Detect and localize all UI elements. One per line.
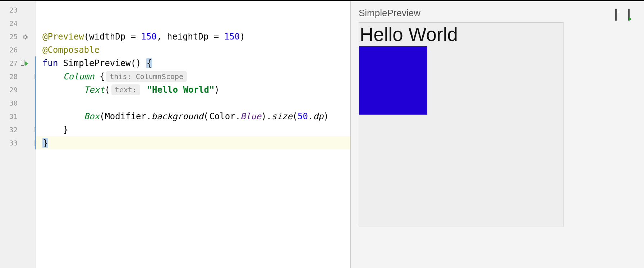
editor-gutter[interactable]: 23 24 25 26 27 28 29 30 31 32 33	[0, 1, 36, 268]
code-line[interactable]	[36, 3, 350, 17]
paren: )	[323, 111, 328, 121]
composable-call: Column	[63, 71, 100, 82]
line-number: 23	[9, 6, 18, 14]
paren: (	[84, 32, 89, 42]
identifier: Color	[209, 111, 235, 121]
gutter-line[interactable]: 26	[0, 43, 36, 56]
annotation: @Preview	[42, 32, 84, 42]
preview-surface[interactable]: Hello World	[359, 22, 564, 227]
line-number: 25	[9, 33, 18, 41]
indent	[42, 85, 84, 95]
param: heightDp =	[167, 32, 224, 42]
string-literal: "Hello World"	[147, 85, 215, 95]
line-number: 27	[9, 59, 18, 67]
space	[142, 85, 147, 95]
comma: ,	[157, 32, 167, 42]
gutter-line[interactable]: 28	[0, 70, 36, 83]
indent	[42, 125, 63, 135]
code-line[interactable]: Text(text: "Hello World")	[36, 83, 350, 96]
function-name: SimplePreview	[63, 58, 131, 68]
gutter-line[interactable]: 27	[0, 56, 36, 70]
line-number: 33	[9, 139, 18, 147]
extension-call: background	[151, 111, 203, 121]
ide-root: 23 24 25 26 27 28 29 30 31 32 33	[0, 0, 644, 268]
code-line[interactable]	[36, 96, 350, 110]
gutter-line[interactable]: 29	[0, 83, 36, 96]
line-number: 28	[9, 73, 18, 80]
interactive-preview-icon[interactable]	[615, 9, 623, 17]
code-line[interactable]: Box(Modifier.background(Color.Blue).size…	[36, 110, 350, 123]
line-number: 30	[9, 99, 18, 107]
paren: )	[261, 111, 266, 121]
annotation: @Composable	[42, 45, 100, 55]
paren: )	[214, 85, 219, 95]
brace: {	[100, 71, 105, 82]
paren: ()	[131, 58, 146, 68]
number-literal: 150	[224, 32, 240, 42]
gutter-line[interactable]: 23	[0, 3, 36, 17]
inlay-hint: text:	[111, 84, 140, 95]
dot: .	[146, 111, 151, 121]
preview-title: SimplePreview	[359, 8, 420, 19]
brace-match: }	[42, 138, 48, 148]
gutter-line[interactable]: 24	[0, 17, 36, 30]
brace-match: {	[146, 58, 152, 68]
device-icon[interactable]	[21, 60, 24, 66]
dot: .	[235, 111, 240, 121]
paren: (	[105, 85, 110, 95]
identifier: Modifier	[105, 111, 146, 121]
gutter-line[interactable]: 33	[0, 136, 36, 149]
line-number: 31	[9, 112, 18, 120]
composable-call: Text	[84, 85, 105, 95]
vertical-scrollbar[interactable]	[638, 1, 643, 268]
code-line[interactable]: }	[36, 123, 350, 136]
code-line[interactable]: @Preview(widthDp = 150, heightDp = 150)	[36, 30, 350, 43]
paren: )	[240, 32, 245, 42]
dot: .	[308, 111, 313, 121]
gear-icon[interactable]	[22, 34, 28, 40]
preview-text: Hello World	[359, 23, 563, 46]
composable-call: Box	[84, 111, 100, 121]
code-line[interactable]	[36, 17, 350, 30]
gutter-line[interactable]: 25	[0, 30, 36, 43]
line-number: 29	[9, 86, 18, 94]
code-line[interactable]: @Composable	[36, 43, 350, 56]
gutter-line[interactable]: 30	[0, 96, 36, 110]
line-number: 32	[9, 126, 18, 134]
code-line[interactable]: fun SimplePreview() {	[36, 56, 350, 70]
preview-box	[359, 46, 427, 115]
code-line-current[interactable]: }	[36, 136, 350, 149]
preview-header: SimplePreview	[359, 8, 636, 19]
code-editor[interactable]: @Preview(widthDp = 150, heightDp = 150) …	[36, 1, 350, 268]
code-line[interactable]: Column {this: ColumnScope	[36, 70, 350, 83]
paren: (	[203, 111, 208, 121]
indent	[42, 111, 84, 121]
line-number: 26	[9, 46, 18, 54]
deploy-preview-icon[interactable]	[628, 9, 636, 17]
extension-prop: dp	[313, 111, 323, 121]
param: widthDp =	[89, 32, 141, 42]
paren: (	[293, 111, 298, 121]
brace: }	[63, 125, 68, 135]
gutter-line[interactable]: 31	[0, 110, 36, 123]
indent	[42, 71, 63, 82]
extension-call: size	[272, 111, 293, 121]
keyword: fun	[42, 58, 63, 68]
number-literal: 150	[141, 32, 157, 42]
compose-preview-panel: SimplePreview Hello World	[350, 1, 644, 268]
line-number: 24	[9, 19, 18, 27]
paren: (	[100, 111, 105, 121]
gutter-line[interactable]: 32	[0, 123, 36, 136]
inlay-hint: this: ColumnScope	[106, 71, 187, 82]
number-literal: 50	[298, 111, 308, 121]
dot: .	[266, 111, 271, 121]
member: Blue	[240, 111, 261, 121]
run-preview-icon[interactable]	[25, 61, 28, 66]
